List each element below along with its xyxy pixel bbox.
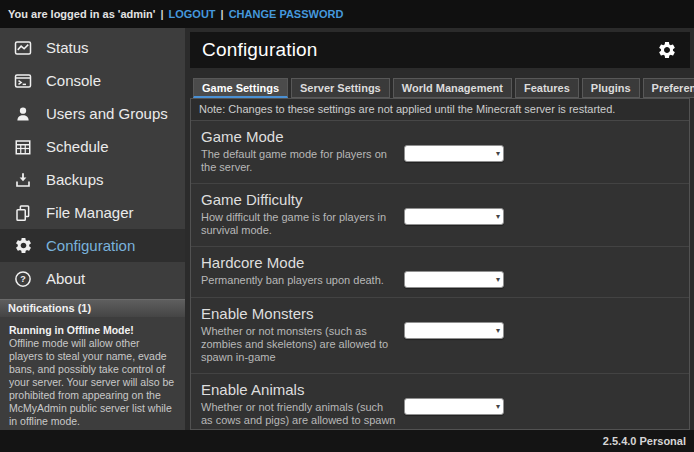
sidebar-item-label: Status [46, 39, 89, 56]
setting-row-hardcore-mode: Hardcore Mode Permanently ban players up… [191, 247, 689, 298]
sidebar-item-configuration[interactable]: Configuration [0, 229, 185, 262]
setting-description: Whether or not friendly animals (such as… [201, 401, 396, 430]
setting-row-enable-monsters: Enable Monsters Whether or not monsters … [191, 298, 689, 374]
chevron-down-icon: ▾ [496, 149, 500, 159]
sidebar-item-label: Console [46, 72, 101, 89]
tab-preferences[interactable]: Preferences [643, 78, 694, 98]
tab-features[interactable]: Features [515, 78, 579, 98]
question-icon: ? [13, 269, 33, 289]
setting-description: Whether or not monsters (such as zombies… [201, 325, 396, 364]
setting-title: Game Difficulty [201, 191, 396, 208]
setting-description: How difficult the game is for players in… [201, 211, 396, 237]
sidebar-item-users-and-groups[interactable]: Users and Groups [0, 97, 185, 130]
users-icon [13, 104, 33, 124]
setting-row-game-difficulty: Game Difficulty How difficult the game i… [191, 184, 689, 247]
tab-plugins[interactable]: Plugins [582, 78, 640, 98]
separator: | [160, 8, 163, 20]
sidebar-item-label: Configuration [46, 237, 135, 254]
chevron-down-icon: ▾ [496, 402, 500, 412]
notification-item: Running in Offline Mode! Offline mode wi… [0, 317, 185, 430]
footer: 2.5.4.0 Personal [0, 430, 694, 452]
change-password-link[interactable]: CHANGE PASSWORD [229, 8, 344, 20]
notification-title: Running in Offline Mode! [9, 324, 176, 337]
page-header: Configuration [190, 32, 690, 68]
sidebar-item-label: File Manager [46, 204, 134, 221]
sidebar-item-backups[interactable]: Backups [0, 163, 185, 196]
mcmyadmin-app: You are logged in as 'admin' | LOGOUT | … [0, 0, 694, 452]
setting-row-game-mode: Game Mode The default game mode for play… [191, 121, 689, 184]
chevron-down-icon: ▾ [496, 275, 500, 285]
config-tabs: Game Settings Server Settings World Mana… [193, 78, 690, 98]
setting-title: Hardcore Mode [201, 254, 396, 271]
backups-icon [13, 170, 33, 190]
tab-server-settings[interactable]: Server Settings [291, 78, 390, 98]
console-icon [13, 71, 33, 91]
schedule-icon [13, 137, 33, 157]
tab-world-management[interactable]: World Management [393, 78, 512, 98]
setting-title: Enable Animals [201, 381, 396, 398]
page-title: Configuration [202, 39, 318, 61]
sidebar-item-schedule[interactable]: Schedule [0, 130, 185, 163]
logout-link[interactable]: LOGOUT [169, 8, 216, 20]
tab-game-settings[interactable]: Game Settings [193, 78, 288, 98]
game-difficulty-select[interactable]: ▾ [404, 208, 504, 225]
hardcore-mode-select[interactable]: ▾ [404, 271, 504, 288]
sidebar: Status Console Users and Groups [0, 28, 185, 430]
notifications-header: Notifications (1) [0, 299, 185, 317]
topbar: You are logged in as 'admin' | LOGOUT | … [0, 0, 694, 28]
restart-note: Note: Changes to these settings are not … [191, 99, 689, 121]
gear-icon [13, 236, 33, 256]
status-chart-icon [13, 38, 33, 58]
version-label: 2.5.4.0 Personal [603, 435, 686, 447]
main-content: Configuration Game Settings Server Setti… [185, 28, 694, 430]
separator: | [221, 8, 224, 20]
notification-text: Offline mode will allow other players to… [9, 337, 176, 428]
sidebar-item-label: Schedule [46, 138, 109, 155]
game-mode-select[interactable]: ▾ [404, 145, 504, 162]
sidebar-item-about[interactable]: ? About [0, 262, 185, 295]
sidebar-item-console[interactable]: Console [0, 64, 185, 97]
notifications-panel: Notifications (1) Running in Offline Mod… [0, 299, 185, 430]
setting-description: The default game mode for players on the… [201, 148, 396, 174]
logged-in-text: You are logged in as 'admin' [8, 8, 155, 20]
sidebar-item-status[interactable]: Status [0, 31, 185, 64]
setting-description: Permanently ban players upon death. [201, 274, 396, 287]
setting-title: Enable Monsters [201, 305, 396, 322]
sidebar-item-label: Users and Groups [46, 105, 168, 122]
svg-text:?: ? [20, 274, 26, 284]
file-manager-icon [13, 203, 33, 223]
settings-panel: Note: Changes to these settings are not … [190, 98, 690, 430]
sidebar-item-file-manager[interactable]: File Manager [0, 196, 185, 229]
sidebar-item-label: Backups [46, 171, 104, 188]
enable-monsters-select[interactable]: ▾ [404, 322, 504, 339]
setting-row-enable-animals: Enable Animals Whether or not friendly a… [191, 374, 689, 430]
sidebar-nav: Status Console Users and Groups [0, 28, 185, 295]
chevron-down-icon: ▾ [496, 326, 500, 336]
settings-gear-icon[interactable] [656, 39, 678, 61]
setting-title: Game Mode [201, 128, 396, 145]
enable-animals-select[interactable]: ▾ [404, 398, 504, 415]
chevron-down-icon: ▾ [496, 212, 500, 222]
sidebar-item-label: About [46, 270, 85, 287]
